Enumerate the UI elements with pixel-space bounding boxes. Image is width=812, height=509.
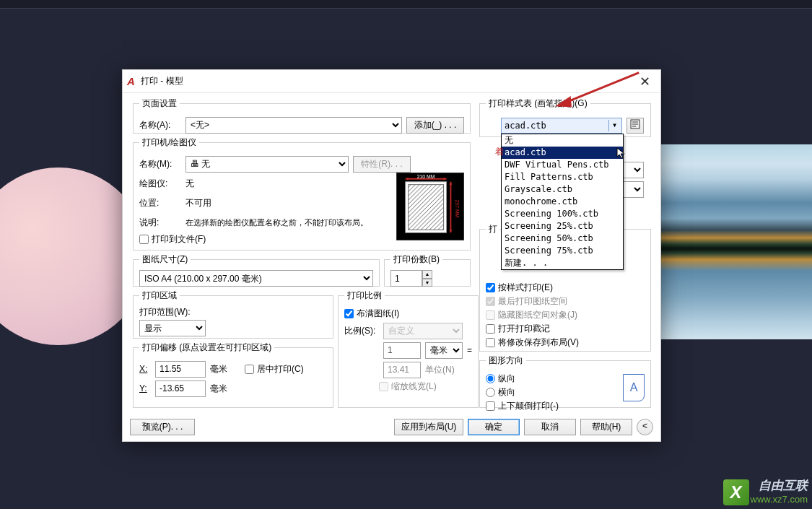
save-changes-label: 将修改保存到布局(V) [498, 336, 579, 349]
offset-y-unit: 毫米 [210, 383, 227, 395]
plot-style-table-legend: 打印样式表 (画笔指定)(G) [486, 97, 590, 110]
dropdown-item[interactable]: Grayscale.ctb [502, 183, 623, 196]
scale-ratio-label: 比例(S): [344, 325, 379, 337]
page-setup-group: 页面设置 名称(A): <无> 添加(_) . . . [133, 97, 471, 134]
paper-size-select[interactable]: ISO A4 (210.00 x 297.00 毫米) [139, 270, 373, 287]
scale-numerator-input [383, 342, 421, 359]
center-plot-checkbox[interactable] [245, 365, 254, 374]
scale-unit-select[interactable]: 毫米 [425, 342, 463, 359]
center-plot-label: 居中打印(C) [257, 363, 304, 375]
red-marker: 着 [495, 146, 504, 158]
dropdown-item[interactable]: acad.ctb [502, 147, 623, 159]
svg-marker-7 [449, 182, 452, 185]
close-button[interactable]: ✕ [634, 71, 655, 92]
plot-offset-group: 打印偏移 (原点设置在可打印区域) X: 毫米 居中打印(C) Y: 毫米 [133, 341, 333, 408]
plot-style-dropdown[interactable]: 无acad.ctbDWF Virtual Pens.ctbFill Patter… [501, 134, 624, 270]
scale-den-unit-label: 单位(N) [425, 364, 455, 376]
copies-down[interactable]: ▼ [422, 279, 432, 287]
desktop-wallpaper [660, 144, 812, 339]
offset-x-unit: 毫米 [210, 363, 227, 375]
printer-name-select[interactable]: 🖶 无 [185, 156, 349, 173]
where-value: 不可用 [185, 197, 211, 209]
print-to-file-label: 打印到文件(F) [152, 233, 206, 245]
app-icon: A [127, 75, 135, 87]
svg-text:297 MM: 297 MM [455, 200, 460, 218]
mouse-cursor-icon [616, 147, 628, 161]
scale-denominator-input [383, 362, 421, 378]
dropdown-item[interactable]: Screening 50%.ctb [502, 232, 623, 245]
dropdown-item[interactable]: Screening 100%.ctb [502, 208, 623, 220]
svg-marker-4 [444, 178, 447, 180]
desc-label: 说明: [139, 217, 181, 229]
plot-stamp-checkbox[interactable] [486, 324, 495, 334]
printer-properties-button[interactable]: 特性(R). . . [353, 156, 411, 173]
hide-paperspace-checkbox [486, 310, 495, 320]
printer-legend: 打印机/绘图仪 [139, 136, 199, 149]
upside-down-label: 上下颠倒打印(-) [498, 400, 559, 412]
landscape-label: 横向 [498, 386, 515, 399]
orientation-legend: 图形方向 [486, 354, 526, 367]
dropdown-item[interactable]: DWF Virtual Pens.ctb [502, 159, 623, 171]
portrait-radio[interactable] [486, 374, 495, 383]
svg-marker-8 [449, 230, 452, 232]
plot-by-style-checkbox[interactable] [486, 283, 495, 292]
plot-by-style-label: 按样式打印(E) [498, 282, 553, 294]
paper-size-group: 图纸尺寸(Z) ISO A4 (210.00 x 297.00 毫米) [133, 253, 380, 287]
page-name-label: 名称(A): [139, 119, 181, 131]
hide-paperspace-label: 隐藏图纸空间对象(J) [498, 309, 577, 321]
fit-to-paper-checkbox[interactable] [344, 309, 354, 318]
plot-area-legend: 打印区域 [139, 290, 180, 302]
landscape-radio[interactable] [486, 388, 495, 397]
offset-y-label: Y: [139, 383, 151, 393]
orientation-icon: A [623, 374, 645, 401]
watermark: X自由互联www.xz7.com [723, 479, 808, 506]
chevron-down-icon[interactable]: ▾ [608, 120, 620, 131]
plot-range-label: 打印范围(W): [139, 306, 327, 318]
dropdown-item[interactable]: Screening 75%.ctb [502, 245, 623, 257]
ok-button[interactable]: 确定 [468, 419, 520, 435]
svg-marker-3 [406, 178, 409, 180]
offset-x-input[interactable] [155, 361, 206, 378]
copies-group: 打印份数(B) ▲▼ [384, 253, 471, 287]
plot-stamp-label: 打开打印戳记 [498, 323, 550, 335]
portrait-label: 纵向 [498, 373, 515, 385]
desc-value: 在选择新的绘图仪配置名称之前，不能打印该布局。 [185, 217, 368, 228]
where-label: 位置: [139, 197, 181, 209]
plot-range-select[interactable]: 显示 [139, 320, 206, 336]
orientation-group: 图形方向 纵向 横向 上下颠倒打印(-) A [479, 354, 651, 408]
page-setup-legend: 页面设置 [139, 97, 180, 110]
dropdown-item[interactable]: Fill Patterns.ctb [502, 171, 623, 183]
paper-preview: 210 MM 297 MM [396, 173, 464, 240]
copies-legend: 打印份数(B) [390, 253, 442, 266]
scale-lineweight-checkbox [379, 382, 388, 391]
expand-button[interactable]: < [637, 419, 653, 435]
svg-rect-1 [409, 185, 444, 230]
save-changes-checkbox[interactable] [486, 338, 495, 347]
titlebar: A 打印 - 模型 ✕ [123, 70, 660, 93]
page-name-select[interactable]: <无> [185, 117, 402, 134]
offset-y-input[interactable] [155, 380, 206, 397]
paper-size-legend: 图纸尺寸(Z) [139, 253, 191, 266]
plot-scale-legend: 打印比例 [344, 290, 385, 302]
copies-up[interactable]: ▲ [422, 270, 432, 279]
dropdown-item[interactable]: 新建. . . [502, 257, 623, 269]
preview-button[interactable]: 预览(P). . . [130, 419, 195, 435]
dropdown-item[interactable]: Screening 25%.ctb [502, 220, 623, 232]
cancel-button[interactable]: 取消 [524, 419, 576, 435]
svg-text:210 MM: 210 MM [417, 174, 435, 179]
dropdown-item[interactable]: 无 [502, 134, 623, 147]
plotter-value: 无 [185, 178, 194, 190]
upside-down-checkbox[interactable] [486, 401, 495, 411]
offset-x-label: X: [139, 364, 151, 374]
dropdown-item[interactable]: monochrome.ctb [502, 196, 623, 208]
copies-input[interactable] [390, 270, 422, 287]
print-to-file-checkbox[interactable] [139, 235, 149, 244]
plot-last-paperspace-label: 最后打印图纸空间 [498, 295, 567, 308]
plot-offset-legend: 打印偏移 (原点设置在可打印区域) [139, 341, 274, 354]
apply-to-layout-button[interactable]: 应用到布局(U) [394, 419, 463, 435]
add-page-setup-button[interactable]: 添加(_) . . . [406, 117, 464, 134]
help-button[interactable]: 帮助(H) [580, 419, 632, 435]
plotter-label: 绘图仪: [139, 178, 181, 190]
plot-style-combo[interactable]: acad.ctb ▾ [501, 118, 622, 134]
plot-style-edit-button[interactable] [627, 118, 644, 134]
